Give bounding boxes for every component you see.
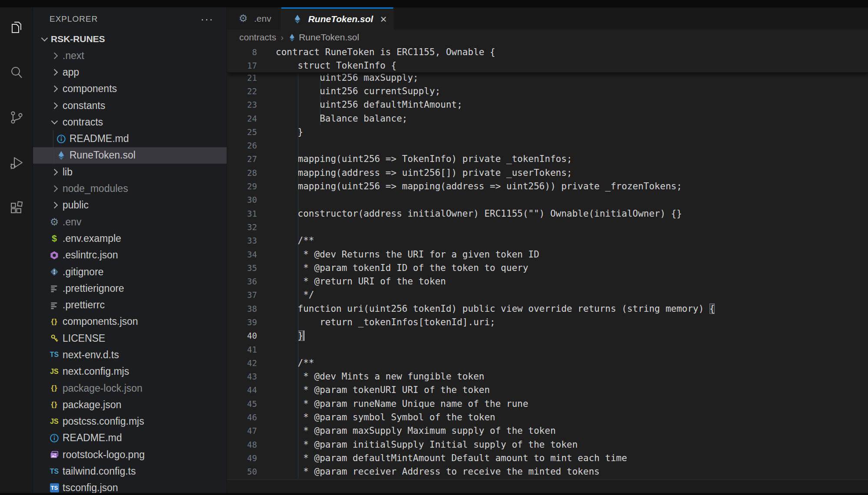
code-line[interactable]: 39 return _tokenInfos[tokenId].uri; [227, 315, 868, 329]
line-number: 46 [227, 412, 257, 422]
code-line[interactable]: 50 * @param receiver Address to receive … [227, 465, 868, 478]
code-line[interactable]: 29 mapping(uint256 => mapping(address =>… [227, 179, 868, 193]
file-tree-item[interactable]: components [33, 81, 227, 97]
code-line[interactable]: 37 */ [227, 288, 868, 302]
file-tree-item[interactable]: LICENSE [33, 330, 227, 346]
code-line[interactable]: 32 [227, 220, 868, 234]
code-line[interactable]: 27 mapping(uint256 => TokenInfo) private… [227, 152, 868, 166]
key-icon [48, 334, 61, 343]
line-number: 50 [227, 467, 257, 476]
code-line[interactable]: 43 * @dev Mints a new fungible token [227, 370, 868, 383]
code-line[interactable]: 44 * @param tokenURI URI of the token [227, 383, 868, 397]
code-line[interactable]: 31 constructor(address initialOwner) ERC… [227, 207, 868, 220]
code-line[interactable]: 42 /** [227, 356, 868, 370]
file-tree-item[interactable]: .gitignore [33, 264, 227, 280]
file-tree-item[interactable]: {} package-lock.json [33, 380, 227, 396]
file-tree-item[interactable]: lib [33, 164, 227, 180]
source-control-icon[interactable] [8, 109, 25, 126]
prettier-icon [48, 301, 61, 310]
breadcrumb-file[interactable]: RuneToken.sol [299, 32, 359, 43]
code-line[interactable]: 38 function uri(uint256 tokenId) public … [227, 302, 868, 315]
tsconfig-icon: TS [48, 483, 61, 492]
code-line[interactable]: 47 * @param maxSupply Maximum supply of … [227, 424, 868, 438]
breadcrumb-separator: › [281, 32, 284, 43]
code-line[interactable]: 33 /** [227, 234, 868, 248]
code-line[interactable]: 40 } [227, 329, 868, 343]
file-tree-item[interactable]: README.md [33, 130, 227, 147]
code-text: } [276, 330, 304, 341]
code-line[interactable]: 30 [227, 193, 868, 207]
file-tree-item[interactable]: .eslintrc.json [33, 247, 227, 264]
close-icon[interactable]: × [380, 15, 386, 23]
code-line[interactable]: 41 [227, 343, 868, 356]
code-line[interactable]: 22 uint256 currentSupply; [227, 84, 868, 98]
file-tree-item[interactable]: JS next.config.mjs [33, 363, 227, 380]
file-tree-item[interactable]: TS next-env.d.ts [33, 346, 227, 363]
file-tree-item[interactable]: .prettierignore [33, 280, 227, 297]
code-text: * @param tokenId ID of the token to quer… [276, 263, 528, 273]
run-debug-icon[interactable] [8, 154, 25, 172]
file-tree-item[interactable]: JS postcss.config.mjs [33, 413, 227, 430]
line-number: 25 [227, 127, 257, 137]
code-line[interactable]: 26 [227, 139, 868, 152]
file-tree-item[interactable]: ⚙ .env [33, 214, 227, 230]
code-line[interactable]: 28 mapping(address => uint256[]) private… [227, 166, 868, 179]
code-line[interactable]: 21 uint256 maxSupply; [227, 71, 868, 84]
code-line[interactable]: 23 uint256 defaultMintAmount; [227, 98, 868, 112]
file-tree-item[interactable]: app [33, 64, 227, 80]
tab-env[interactable]: ⚙ .env [227, 7, 281, 30]
code-text: uint256 maxSupply; [276, 73, 419, 83]
file-tree-item[interactable]: .next [33, 47, 227, 64]
code-line[interactable]: 49 * @param defaultMintAmount Default am… [227, 451, 868, 465]
line-number: 22 [227, 86, 257, 96]
more-actions-icon[interactable]: ··· [201, 17, 214, 21]
file-tree-item[interactable]: {} package.json [33, 396, 227, 413]
file-tree-item[interactable]: node_modules [33, 180, 227, 197]
code-line[interactable]: 34 * @dev Returns the URI for a given to… [227, 248, 868, 261]
code-line[interactable]: 25 } [227, 125, 868, 139]
file-tree-item[interactable]: {} components.json [33, 314, 227, 330]
file-tree-item[interactable]: RuneToken.sol [33, 147, 227, 164]
braces-icon: {} [48, 317, 61, 326]
file-tree-item[interactable]: TS tailwind.config.ts [33, 463, 227, 479]
indent-guide [298, 71, 298, 478]
file-tree-item[interactable]: public [33, 197, 227, 214]
line-number: 26 [227, 141, 257, 150]
file-tree-item[interactable]: constants [33, 97, 227, 114]
sidebar-root-folder[interactable]: RSK-RUNES [33, 31, 227, 47]
file-tree-item[interactable]: $ .env.example [33, 230, 227, 247]
sticky-scroll: 8 contract RuneToken is ERC1155, Ownable… [227, 45, 868, 73]
code-line[interactable]: 24 Balance balance; [227, 112, 868, 125]
code-text: Balance balance; [276, 113, 407, 124]
js-icon: JS [48, 418, 61, 426]
line-number: 43 [227, 372, 257, 381]
file-tree-item[interactable]: .prettierrc [33, 297, 227, 313]
dollar-icon: $ [48, 233, 61, 244]
code-line[interactable]: 48 * @param initialSupply Initial supply… [227, 438, 868, 451]
tab-runetoken[interactable]: RuneToken.sol × [281, 7, 393, 30]
code-editor[interactable]: 21 uint256 maxSupply; 22 uint256 current… [227, 45, 868, 479]
js-icon: JS [48, 368, 61, 376]
line-number: 32 [227, 222, 257, 232]
chevron-right-icon [48, 203, 61, 208]
code-line[interactable]: 36 * @return URI of the token [227, 274, 868, 288]
explorer-header: EXPLORER ··· [33, 7, 227, 31]
extensions-icon[interactable] [8, 199, 25, 217]
search-icon[interactable] [8, 64, 25, 81]
code-text: /** [276, 358, 314, 368]
code-line[interactable]: 45 * @param runeName Unique name of the … [227, 397, 868, 410]
line-number: 36 [227, 277, 257, 286]
sticky-line[interactable]: 8 contract RuneToken is ERC1155, Ownable… [227, 45, 868, 59]
code-text: uint256 defaultMintAmount; [276, 99, 462, 110]
sticky-line[interactable]: 17 struct TokenInfo { [227, 59, 868, 72]
explorer-icon[interactable] [8, 19, 25, 36]
code-text: mapping(uint256 => TokenInfo) private _t… [276, 154, 572, 164]
ts-icon: TS [48, 468, 61, 475]
code-line[interactable]: 35 * @param tokenId ID of the token to q… [227, 261, 868, 274]
breadcrumb-folder[interactable]: contracts [239, 32, 276, 43]
chevron-right-icon [48, 103, 61, 108]
file-tree-item[interactable]: README.md [33, 430, 227, 446]
file-tree-item[interactable]: rootstock-logo.png [33, 446, 227, 463]
code-line[interactable]: 46 * @param symbol Symbol of the token [227, 410, 868, 424]
file-tree-item[interactable]: contracts [33, 114, 227, 130]
